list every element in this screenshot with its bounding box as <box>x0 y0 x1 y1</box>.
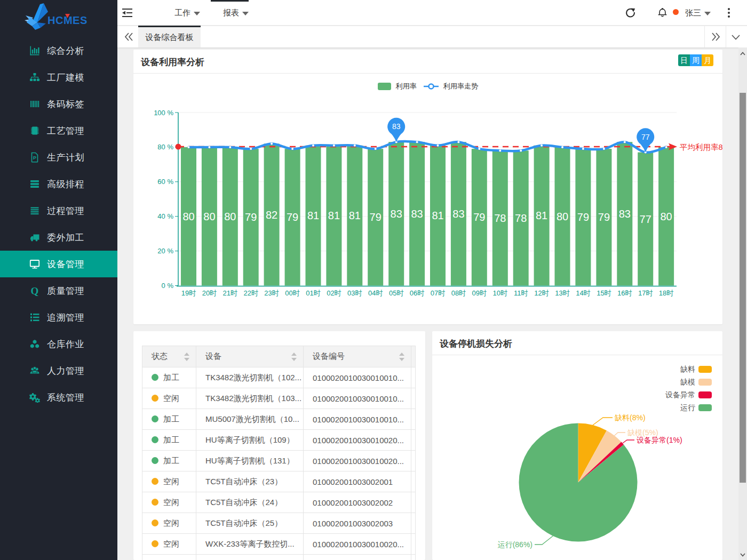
svg-text:00时: 00时 <box>285 289 299 297</box>
svg-text:80: 80 <box>203 211 215 222</box>
svg-text:81: 81 <box>536 210 547 221</box>
svg-text:79: 79 <box>577 211 589 223</box>
svg-text:05时: 05时 <box>389 289 403 297</box>
svg-text:83: 83 <box>619 208 631 220</box>
svg-text:11时: 11时 <box>514 289 528 297</box>
svg-text:15时: 15时 <box>597 289 611 297</box>
svg-text:80: 80 <box>660 211 672 222</box>
svg-text:08时: 08时 <box>451 289 466 297</box>
svg-text:0 %: 0 % <box>162 282 174 290</box>
svg-text:77: 77 <box>640 213 651 225</box>
svg-text:21时: 21时 <box>223 289 237 297</box>
svg-text:20 %: 20 % <box>157 247 173 255</box>
svg-text:81: 81 <box>328 210 340 221</box>
svg-text:79: 79 <box>598 211 610 223</box>
svg-text:23时: 23时 <box>264 289 279 297</box>
svg-text:18时: 18时 <box>659 289 673 297</box>
svg-text:83: 83 <box>411 208 423 220</box>
svg-text:81: 81 <box>349 210 361 221</box>
svg-text:07时: 07时 <box>431 289 445 297</box>
svg-text:01时: 01时 <box>306 289 320 297</box>
svg-text:02时: 02时 <box>327 289 341 297</box>
svg-text:40 %: 40 % <box>157 212 173 220</box>
svg-text:80: 80 <box>182 211 194 222</box>
svg-text:79: 79 <box>245 211 257 223</box>
svg-text:81: 81 <box>432 210 443 221</box>
svg-text:12时: 12时 <box>534 289 549 297</box>
svg-text:83: 83 <box>391 208 402 220</box>
svg-text:82: 82 <box>266 209 277 221</box>
svg-text:79: 79 <box>370 211 382 223</box>
svg-text:20时: 20时 <box>202 289 217 297</box>
svg-text:60 %: 60 % <box>157 178 173 186</box>
svg-text:P: P <box>33 155 36 161</box>
svg-text:78: 78 <box>515 212 527 224</box>
svg-text:19时: 19时 <box>181 289 196 297</box>
svg-text:79: 79 <box>473 211 485 223</box>
svg-text:16时: 16时 <box>617 289 632 297</box>
svg-text:81: 81 <box>307 210 319 221</box>
svg-text:13时: 13时 <box>555 289 569 297</box>
svg-text:设备异常(1%): 设备异常(1%) <box>637 436 682 444</box>
svg-text:Q: Q <box>31 285 39 296</box>
svg-text:83: 83 <box>392 122 401 131</box>
svg-text:运行(86%): 运行(86%) <box>498 540 533 549</box>
svg-text:03时: 03时 <box>347 289 362 297</box>
svg-text:10时: 10时 <box>493 289 507 297</box>
svg-text:77: 77 <box>641 133 650 141</box>
svg-text:100 %: 100 % <box>154 109 173 117</box>
svg-text:04时: 04时 <box>368 289 383 297</box>
svg-text:83: 83 <box>452 208 464 220</box>
svg-text:80 %: 80 % <box>157 143 173 151</box>
svg-text:缺料(8%): 缺料(8%) <box>615 413 646 422</box>
svg-text:80: 80 <box>557 211 568 222</box>
svg-text:平均利用率80.67: 平均利用率80.67 <box>680 143 722 151</box>
svg-text:22时: 22时 <box>243 289 258 297</box>
svg-text:06时: 06时 <box>410 289 424 297</box>
svg-text:17时: 17时 <box>638 289 653 297</box>
svg-text:09时: 09时 <box>472 289 487 297</box>
svg-text:78: 78 <box>494 212 506 224</box>
svg-text:14时: 14时 <box>576 289 590 297</box>
svg-text:79: 79 <box>287 211 298 223</box>
svg-text:80: 80 <box>224 211 236 222</box>
